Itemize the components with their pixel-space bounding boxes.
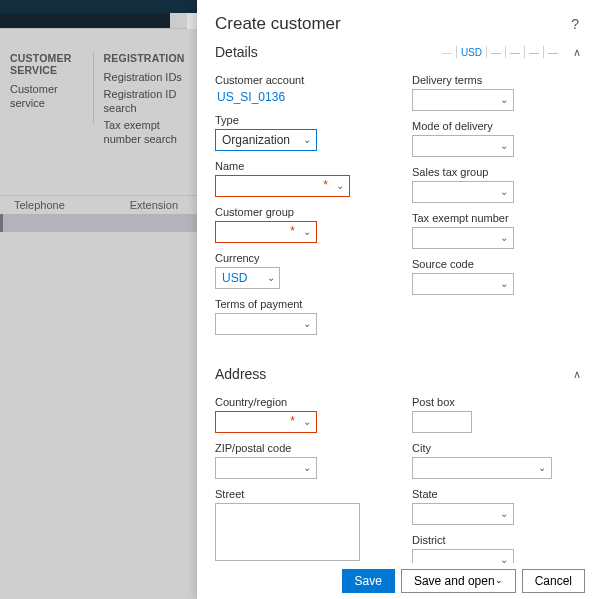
field-customer-account: Customer account US_SI_0136 [215,74,390,105]
currency-select[interactable]: USD [215,267,280,289]
field-currency: Currency USD ⌄ [215,252,390,289]
sales-tax-group-select[interactable] [412,181,514,203]
field-name: Name * ⌄ [215,160,390,197]
street-textarea[interactable] [215,503,360,561]
panel-footer: Save Save and open Cancel [197,563,597,599]
panel-body[interactable]: Details — USD — — — — ∧ Customer account… [197,40,597,563]
field-postbox: Post box [412,396,587,433]
section-address: Address ∧ Country/region * ⌄ ZIP/postal … [215,362,587,563]
postbox-input[interactable] [412,411,472,433]
save-and-open-button[interactable]: Save and open [401,569,516,593]
help-icon[interactable]: ? [571,16,579,32]
field-tax-exempt: Tax exempt number ⌄ [412,212,587,249]
section-details: Details — USD — — — — ∧ Customer account… [215,40,587,344]
zip-select[interactable] [215,457,317,479]
customer-group-input[interactable] [215,221,317,243]
district-select[interactable] [412,549,514,563]
country-input[interactable] [215,411,317,433]
field-delivery-terms: Delivery terms ⌄ [412,74,587,111]
field-street: Street [215,488,390,563]
field-sales-tax-group: Sales tax group ⌄ [412,166,587,203]
source-code-select[interactable] [412,273,514,295]
section-address-title: Address [215,366,567,382]
field-zip: ZIP/postal code ⌄ [215,442,390,479]
type-select[interactable]: Organization [215,129,317,151]
save-button[interactable]: Save [342,569,395,593]
cancel-button[interactable]: Cancel [522,569,585,593]
tax-exempt-select[interactable] [412,227,514,249]
section-details-chips: — USD — — — — [438,46,561,58]
panel-title: Create customer [215,14,571,34]
section-details-toggle[interactable]: ∧ [567,46,587,59]
field-terms-payment: Terms of payment ⌄ [215,298,390,335]
state-select[interactable] [412,503,514,525]
customer-account-value: US_SI_0136 [215,89,390,105]
field-type: Type Organization ⌄ [215,114,390,151]
create-customer-panel: Create customer ? Details — USD — — — — … [197,0,597,599]
city-select[interactable] [412,457,552,479]
section-details-title: Details [215,44,438,60]
field-district: District ⌄ [412,534,587,563]
field-state: State ⌄ [412,488,587,525]
field-mode-delivery: Mode of delivery ⌄ [412,120,587,157]
section-address-toggle[interactable]: ∧ [567,368,587,381]
mode-delivery-select[interactable] [412,135,514,157]
field-source-code: Source code ⌄ [412,258,587,295]
field-country: Country/region * ⌄ [215,396,390,433]
chip-usd: USD [456,46,485,58]
name-input[interactable] [215,175,350,197]
field-customer-group: Customer group * ⌄ [215,206,390,243]
field-city: City ⌄ [412,442,587,479]
delivery-terms-select[interactable] [412,89,514,111]
terms-payment-select[interactable] [215,313,317,335]
